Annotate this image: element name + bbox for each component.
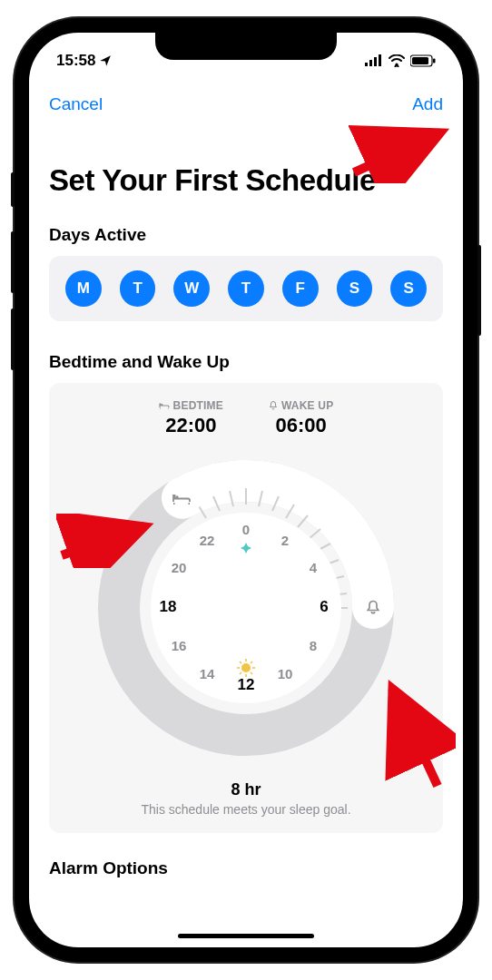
- svg-point-35: [175, 495, 178, 498]
- wifi-icon: [389, 54, 405, 67]
- sleep-goal-text: This schedule meets your sleep goal.: [65, 802, 427, 817]
- volume-down-button: [11, 309, 15, 370]
- wakeup-handle[interactable]: [354, 589, 392, 627]
- status-time: 15:58: [56, 52, 95, 70]
- cellular-icon: [365, 54, 383, 67]
- home-indicator[interactable]: [178, 934, 314, 938]
- clock-16: 16: [172, 638, 187, 653]
- nav-bar: Cancel Add: [29, 76, 463, 125]
- bell-icon: [269, 400, 278, 411]
- page-title: Set Your First Schedule: [49, 163, 443, 198]
- svg-rect-3: [379, 54, 381, 66]
- svg-rect-2: [374, 57, 377, 66]
- clock-18: 18: [160, 598, 177, 615]
- clock-12: 12: [238, 676, 255, 693]
- clock-6: 6: [320, 598, 328, 615]
- volume-up-button: [11, 231, 15, 293]
- add-button[interactable]: Add: [412, 94, 443, 114]
- svg-rect-0: [365, 63, 368, 66]
- location-icon: [99, 54, 112, 67]
- power-button: [477, 245, 481, 336]
- sun-icon: [237, 659, 255, 677]
- bedtime-card: BEDTIME 22:00 WAKE UP 06:00: [49, 383, 443, 833]
- sleep-duration: 8 hr: [65, 780, 427, 799]
- clock-14: 14: [200, 666, 215, 681]
- svg-point-36: [354, 589, 392, 627]
- day-toggle-fri[interactable]: F: [282, 270, 319, 307]
- svg-point-8: [161, 404, 162, 406]
- day-toggle-mon[interactable]: M: [65, 270, 102, 307]
- bedtime-heading: Bedtime and Wake Up: [49, 352, 443, 372]
- phone-frame: 15:58 Cancel Add: [15, 18, 477, 962]
- cancel-button[interactable]: Cancel: [49, 94, 103, 114]
- mute-switch: [11, 172, 15, 207]
- clock-10: 10: [278, 666, 293, 681]
- days-active-heading: Days Active: [49, 225, 443, 245]
- svg-point-25: [241, 663, 251, 672]
- bedtime-value: 22:00: [159, 414, 223, 437]
- day-toggle-wed[interactable]: W: [173, 270, 210, 307]
- notch: [155, 33, 337, 60]
- day-toggle-tue[interactable]: T: [120, 270, 156, 307]
- day-toggle-thu[interactable]: T: [228, 270, 264, 307]
- clock-2: 2: [281, 533, 289, 548]
- bedtime-handle[interactable]: [163, 479, 202, 517]
- wakeup-value: 06:00: [269, 414, 333, 437]
- clock-22: 22: [200, 533, 215, 548]
- svg-rect-7: [433, 59, 436, 64]
- bedtime-label: BEDTIME: [173, 399, 223, 412]
- clock-0: 0: [242, 522, 250, 537]
- bed-icon: [159, 401, 170, 410]
- wakeup-label: WAKE UP: [281, 399, 333, 412]
- day-toggle-sat[interactable]: S: [337, 270, 373, 307]
- svg-rect-6: [412, 57, 428, 64]
- battery-icon: [410, 54, 436, 67]
- days-active-card: M T W T F S S: [49, 256, 443, 321]
- clock-8: 8: [310, 638, 317, 653]
- svg-point-4: [395, 63, 398, 65]
- clock-4: 4: [310, 560, 318, 575]
- svg-rect-1: [369, 60, 372, 66]
- phone-screen: 15:58 Cancel Add: [29, 33, 463, 947]
- day-toggle-sun[interactable]: S: [390, 270, 427, 307]
- sleep-dial[interactable]: 0 2 4 6 8 10 12 14 16 18 20 22: [92, 454, 400, 762]
- alarm-options-heading: Alarm Options: [49, 858, 443, 878]
- svg-line-18: [309, 529, 320, 539]
- clock-20: 20: [172, 560, 187, 575]
